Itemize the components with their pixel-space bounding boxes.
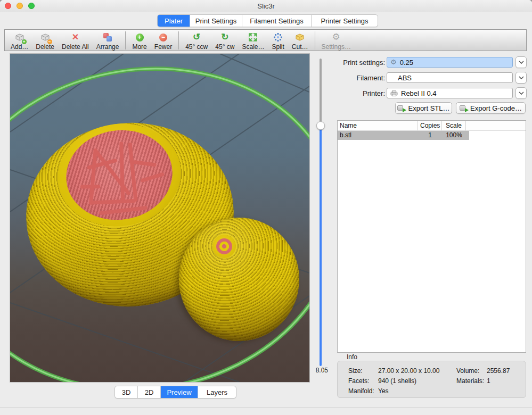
rotate-ccw-icon [193, 31, 200, 44]
more-button[interactable]: More [128, 30, 150, 51]
column-header-copies: Copies [418, 121, 442, 130]
cell-scale: 100% [442, 131, 466, 140]
chevron-down-icon [518, 76, 525, 80]
materials-label: Materials: [456, 377, 484, 385]
size-value: 27.00 x 20.00 x 10.00 [378, 367, 439, 375]
slic3r-window: Slic3r Plater Print Settings Filament Se… [0, 0, 532, 415]
printer-dropdown-button[interactable] [515, 87, 527, 99]
printer-value: Rebel II 0.4 [401, 89, 437, 97]
delete-box-icon: − [40, 31, 51, 44]
size-label: Size: [348, 367, 363, 375]
print-settings-dropdown-button[interactable] [515, 56, 527, 68]
object-list-table[interactable]: Name Copies Scale b.stl 1 100% [337, 120, 526, 353]
facets-label: Facets: [348, 377, 369, 385]
scale-icon [248, 31, 258, 44]
more-icon [136, 31, 144, 44]
export-stl-button[interactable]: Export STL… [395, 102, 452, 114]
scale-button[interactable]: Scale… [238, 30, 268, 51]
table-header: Name Copies Scale [338, 121, 526, 131]
toolbar-separator [125, 31, 126, 49]
title-bar: Slic3r [0, 0, 532, 12]
split-icon [273, 31, 283, 44]
tab-print-settings[interactable]: Print Settings [190, 15, 242, 27]
layer-slider-thumb[interactable] [316, 121, 325, 130]
arrange-button[interactable]: Arrange [93, 30, 123, 51]
print-settings-label: Print settings: [329, 59, 385, 67]
view-mode-2d[interactable]: 2D [138, 386, 161, 398]
export-gcode-icon [460, 105, 468, 112]
printed-object-small-dome[interactable] [179, 218, 299, 341]
column-header-scale: Scale [442, 121, 466, 130]
toolbar-separator [178, 31, 179, 49]
facets-value: 940 (1 shells) [378, 377, 416, 385]
rotate-ccw-button[interactable]: 45° ccw [182, 30, 211, 51]
layer-slider-value: 8.05 [309, 367, 328, 374]
filament-label: Filament: [329, 74, 385, 82]
tab-printer-settings[interactable]: Printer Settings [312, 15, 378, 27]
filament-combo[interactable]: ABS [387, 72, 513, 83]
infill-top-small [216, 238, 232, 254]
printer-icon [390, 90, 398, 96]
table-row[interactable]: b.stl 1 100% [338, 131, 469, 140]
main-tabbar: Plater Print Settings Filament Settings … [157, 14, 378, 27]
add-box-icon: + [14, 31, 25, 44]
chevron-down-icon [518, 91, 525, 95]
print-settings-combo[interactable]: 0.25 [387, 57, 513, 68]
window-bottom-divider [0, 408, 532, 408]
settings-icon [332, 31, 340, 44]
fewer-icon [159, 31, 167, 44]
printer-label: Printer: [329, 89, 385, 97]
split-button[interactable]: Split [268, 30, 288, 51]
export-gcode-button[interactable]: Export G-code… [456, 102, 526, 114]
manifold-label: Manifold: [348, 387, 374, 395]
view-mode-preview[interactable]: Preview [161, 386, 198, 398]
tab-filament-settings[interactable]: Filament Settings [242, 15, 312, 27]
export-stl-icon [397, 105, 405, 112]
cut-button[interactable]: Cut… [288, 30, 312, 51]
tab-plater[interactable]: Plater [158, 15, 190, 27]
fewer-button[interactable]: Fewer [151, 30, 176, 51]
view-mode-3d[interactable]: 3D [115, 386, 138, 398]
delete-all-icon [72, 31, 79, 44]
manifold-value: Yes [378, 387, 389, 395]
column-header-name: Name [338, 121, 418, 130]
view-mode-switcher: 3D 2D Preview Layers [114, 386, 236, 399]
gear-icon [390, 59, 397, 66]
layer-slider-track[interactable] [320, 59, 322, 366]
rotate-cw-icon [221, 31, 228, 44]
info-panel-title: Info [347, 353, 357, 361]
view-mode-layers[interactable]: Layers [198, 386, 236, 398]
plater-toolbar: + Add… − Delete Delete All Arrange More [4, 29, 527, 51]
window-title: Slic3r [0, 2, 532, 10]
filament-value: ABS [398, 74, 412, 82]
settings-button[interactable]: Settings… [318, 30, 355, 51]
print-settings-value: 0.25 [400, 59, 413, 67]
rotate-cw-button[interactable]: 45° cw [211, 30, 238, 51]
filament-dropdown-button[interactable] [515, 72, 527, 84]
arrange-icon [102, 31, 113, 44]
delete-all-button[interactable]: Delete All [58, 30, 93, 51]
materials-value: 1 [487, 377, 490, 385]
cell-copies: 1 [418, 131, 442, 140]
chevron-down-icon [518, 60, 525, 64]
toolbar-separator [315, 31, 315, 49]
printer-combo[interactable]: Rebel II 0.4 [387, 88, 513, 98]
add-button[interactable]: + Add… [7, 30, 32, 51]
cut-icon [294, 31, 305, 44]
preview-3d-canvas[interactable] [10, 53, 310, 383]
info-panel: Size: 27.00 x 20.00 x 10.00 Volume: 2556… [337, 361, 526, 398]
delete-button[interactable]: − Delete [32, 30, 58, 51]
volume-value: 2556.87 [487, 367, 510, 375]
volume-label: Volume: [456, 367, 479, 375]
cell-name: b.stl [338, 131, 418, 140]
